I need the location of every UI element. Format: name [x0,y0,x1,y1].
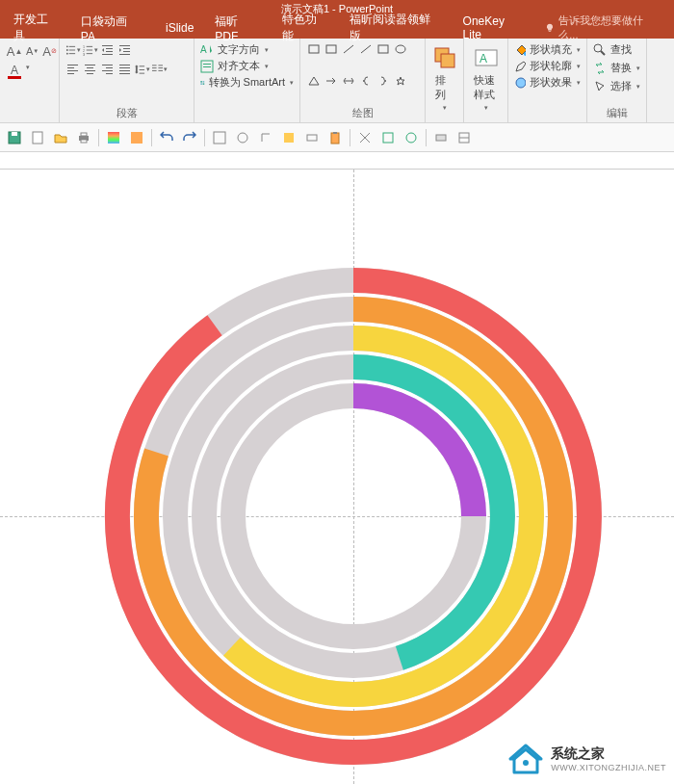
increase-indent-button[interactable] [117,42,133,58]
group-label [6,118,53,120]
clear-format-button[interactable]: A⊘ [41,42,58,60]
folder-icon [54,131,67,144]
shape-line2[interactable] [358,42,374,56]
rainbow-donut-chart[interactable] [103,266,604,767]
select-button[interactable]: 选择▾ [593,79,640,93]
svg-rect-24 [85,65,95,65]
bullets-button[interactable]: ▾ [65,42,81,58]
shape-rect2[interactable] [324,42,339,56]
clipboard-icon [328,131,342,144]
svg-rect-31 [106,73,113,74]
svg-rect-35 [119,73,130,74]
convert-smartart-button[interactable]: 转换为 SmartArt▾ [200,75,294,90]
svg-rect-60 [441,54,454,67]
smartart-label: 转换为 SmartArt [209,75,285,90]
svg-text:3: 3 [83,53,85,57]
align-left-button[interactable] [65,62,81,77]
shape-lbrace[interactable] [358,74,374,88]
numbering-button[interactable]: 123▾ [83,42,98,58]
search-icon [593,43,607,57]
qat-color2-button[interactable] [128,129,145,146]
align-text-button[interactable]: 对齐文本▾ [200,59,294,73]
svg-rect-34 [119,70,130,71]
qat-btn-b[interactable] [234,129,251,146]
shape-oval[interactable] [393,42,408,56]
shape-line[interactable] [341,42,356,56]
slide-canvas[interactable]: 系统之家 WWW.XITONGZHIJIA.NET [0,170,674,784]
align-right-button[interactable] [100,62,116,77]
arrange-button[interactable]: 排列 ▾ [431,42,457,114]
shape-format-group: 形状填充▾ 形状轮廓▾ 形状效果▾ [508,39,587,122]
qat-undo-button[interactable] [158,129,175,146]
increase-font-button[interactable]: A▲ [6,42,23,60]
tab-islide[interactable]: iSlide [156,18,203,38]
shape-effects-button[interactable]: 形状效果▾ [514,75,581,90]
svg-point-2 [66,49,68,51]
qat-btn-e[interactable] [303,129,321,146]
qat-btn-i[interactable] [432,129,450,146]
qat-print-button[interactable] [75,129,92,146]
svg-rect-25 [87,67,93,68]
editing-group: 查找 替换▾ 选择▾ 编辑 [587,39,647,122]
qat-btn-j[interactable] [455,129,473,146]
qat-btn-a[interactable] [211,129,228,146]
qat-btn-c[interactable] [257,129,274,146]
chevron-down-icon: ▾ [443,104,447,112]
shapes-gallery[interactable] [306,42,408,104]
shape-rect[interactable] [306,42,322,56]
qat-paste-button[interactable] [326,129,344,146]
svg-rect-23 [67,73,74,74]
text-direction-button[interactable]: A 文字方向▾ [200,42,294,57]
find-button[interactable]: 查找 [593,42,640,57]
svg-point-0 [66,45,68,47]
watermark-url: WWW.XITONGZHIJIA.NET [551,763,666,772]
separator [98,129,99,146]
paint-bucket-icon [514,43,526,57]
shape-triangle[interactable] [306,74,322,88]
qat-new-button[interactable] [29,129,46,146]
line-spacing-button[interactable]: ▾ [135,62,150,77]
select-label: 选择 [610,79,632,93]
svg-rect-43 [158,67,163,68]
arrange-group: 排列 ▾ [426,39,464,122]
shape-outline-button[interactable]: 形状轮廓▾ [514,59,581,73]
house-logo-icon [506,742,545,776]
text-options-group: A 文字方向▾ 对齐文本▾ 转换为 SmartArt▾ [194,39,300,122]
smartart-icon [200,76,205,90]
qat-btn-f[interactable] [356,129,374,146]
decrease-indent-button[interactable] [100,42,116,58]
redo-icon [183,131,196,144]
svg-rect-44 [158,70,163,71]
qat-btn-d[interactable] [280,129,298,146]
ribbon-tabs: 开发工具 口袋动画 PA iSlide 福昕PDF 特色功能 福昕阅读器领鲜版 … [0,17,674,39]
svg-point-65 [594,44,602,52]
justify-button[interactable] [117,62,133,77]
svg-rect-32 [119,65,130,65]
save-icon [8,131,21,144]
font-color-button[interactable]: A [6,64,23,81]
svg-rect-73 [214,132,225,144]
replace-button[interactable]: 替换▾ [593,61,640,75]
qat-redo-button[interactable] [181,129,198,146]
separator [426,129,427,146]
shape-arrow[interactable] [324,74,339,88]
chevron-down-icon[interactable]: ▾ [26,64,30,81]
decrease-font-button[interactable]: A▼ [25,42,39,60]
qat-color1-button[interactable] [105,129,122,146]
qat-btn-h[interactable] [402,129,420,146]
svg-rect-18 [123,51,130,52]
qat-btn-g[interactable] [379,129,397,146]
align-center-button[interactable] [83,62,98,77]
svg-rect-50 [203,81,205,83]
shape-rbrace[interactable] [376,74,391,88]
qat-save-button[interactable] [6,129,23,146]
shape-fill-button[interactable]: 形状填充▾ [514,42,581,57]
columns-button[interactable]: ▾ [152,62,168,77]
shape-rect3[interactable] [376,42,391,56]
effects-icon [514,76,526,90]
quick-styles-button[interactable]: A 快速样式 ▾ [470,42,502,114]
shape-darrow[interactable] [341,74,356,88]
svg-rect-69 [33,132,42,144]
qat-open-button[interactable] [52,129,69,146]
shape-star[interactable] [393,74,408,88]
